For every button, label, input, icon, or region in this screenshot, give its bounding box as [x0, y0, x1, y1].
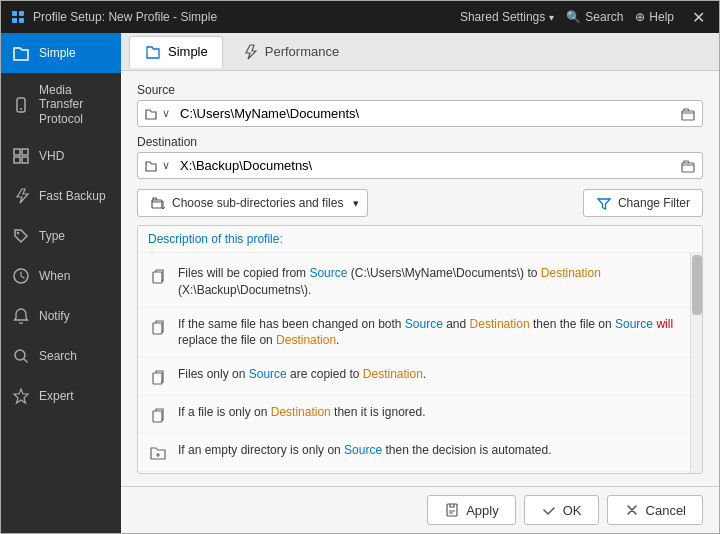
window-title: Profile Setup: New Profile - Simple: [33, 10, 460, 24]
tab-simple-icon: [144, 43, 162, 61]
destination-expand-btn[interactable]: ∨: [138, 155, 176, 177]
title-bar: Profile Setup: New Profile - Simple Shar…: [1, 1, 719, 33]
chevron-down-icon: ▾: [549, 12, 554, 23]
phone-icon: [11, 95, 31, 115]
flash-icon: [11, 186, 31, 206]
star-icon: [11, 386, 31, 406]
sidebar-label-search: Search: [39, 349, 77, 363]
svg-rect-1: [19, 11, 24, 16]
list-item: If the same file has been changed on bot…: [138, 308, 690, 359]
desc-text-2: If the same file has been changed on bot…: [178, 316, 680, 350]
cancel-button[interactable]: Cancel: [607, 495, 703, 525]
svg-rect-2: [12, 18, 17, 23]
shared-settings-label: Shared Settings: [460, 10, 545, 24]
destination-label: Destination: [137, 135, 703, 149]
bell-icon: [11, 306, 31, 326]
cancel-label: Cancel: [646, 503, 686, 518]
desc-text-3: Files only on Source are copied to Desti…: [178, 366, 680, 383]
copy-icon-1: [148, 266, 168, 286]
sidebar-item-fast-backup[interactable]: Fast Backup: [1, 176, 121, 216]
source-expand-btn[interactable]: ∨: [138, 103, 176, 125]
folder-empty-icon-1: [148, 443, 168, 463]
sidebar-item-expert[interactable]: Expert: [1, 376, 121, 416]
list-item: If a file is only on Destination then it…: [138, 396, 690, 434]
desc-text-4: If a file is only on Destination then it…: [178, 404, 680, 421]
list-item: Files will be copied from Source (C:\Use…: [138, 257, 690, 308]
description-header: Description of this profile:: [138, 226, 702, 253]
tab-performance-icon: [241, 43, 259, 61]
choose-subdirs-button[interactable]: Choose sub-directories and files ▾: [137, 189, 368, 217]
sidebar-label-notify: Notify: [39, 309, 70, 323]
description-box: Description of this profile:: [137, 225, 703, 474]
sidebar-item-media-transfer[interactable]: Media Transfer Protocol: [1, 73, 121, 136]
apply-label: Apply: [466, 503, 499, 518]
description-list: Files will be copied from Source (C:\Use…: [138, 253, 690, 473]
desc-text-5: If an empty directory is only on Source …: [178, 442, 680, 459]
change-filter-button[interactable]: Change Filter: [583, 189, 703, 217]
svg-rect-0: [12, 11, 17, 16]
sidebar-item-search[interactable]: Search: [1, 336, 121, 376]
source-input-row: ∨: [137, 100, 703, 127]
search-icon: [11, 346, 31, 366]
svg-rect-9: [22, 157, 28, 163]
sidebar-label-media: Media Transfer Protocol: [39, 83, 111, 126]
sidebar-label-when: When: [39, 269, 70, 283]
sidebar-item-vhd[interactable]: VHD: [1, 136, 121, 176]
svg-point-10: [17, 232, 19, 234]
svg-rect-19: [153, 373, 162, 384]
destination-browse-btn[interactable]: [674, 154, 702, 178]
source-browse-btn[interactable]: [674, 102, 702, 126]
destination-input[interactable]: [176, 153, 674, 178]
svg-rect-7: [22, 149, 28, 155]
sidebar-item-type[interactable]: Type: [1, 216, 121, 256]
tab-bar: Simple Performance: [121, 33, 719, 71]
copy-icon-3: [148, 367, 168, 387]
dropdown-arrow-icon: ▾: [353, 197, 359, 210]
scrollbar[interactable]: [690, 253, 702, 473]
shared-settings-btn[interactable]: Shared Settings ▾: [460, 10, 554, 24]
form-area: Source ∨: [121, 71, 719, 486]
tab-performance-label: Performance: [265, 44, 339, 59]
svg-rect-20: [153, 411, 162, 422]
sidebar-item-notify[interactable]: Notify: [1, 296, 121, 336]
sidebar-label-fast-backup: Fast Backup: [39, 189, 106, 203]
main-window: Profile Setup: New Profile - Simple Shar…: [0, 0, 720, 534]
help-icon: ⊕: [635, 10, 645, 24]
sidebar-item-when[interactable]: When: [1, 256, 121, 296]
copy-icon-4: [148, 405, 168, 425]
title-bar-actions: Shared Settings ▾ 🔍 Search ⊕ Help ✕: [460, 6, 711, 29]
list-item: If an empty directory is only on Source …: [138, 434, 690, 472]
change-filter-label: Change Filter: [618, 196, 690, 210]
clock-icon: [11, 266, 31, 286]
bottom-bar: Apply OK Cancel: [121, 486, 719, 533]
scrollbar-thumb[interactable]: [692, 255, 702, 315]
svg-rect-15: [682, 163, 694, 172]
header-search-button[interactable]: 🔍 Search: [566, 10, 623, 24]
help-button[interactable]: ⊕ Help: [635, 10, 674, 24]
source-input[interactable]: [176, 101, 674, 126]
toolbar-row: Choose sub-directories and files ▾ Chang…: [137, 189, 703, 217]
sidebar-item-simple[interactable]: Simple: [1, 33, 121, 73]
sidebar-label-type: Type: [39, 229, 65, 243]
source-label: Source: [137, 83, 703, 97]
sidebar: Simple Media Transfer Protocol: [1, 33, 121, 533]
right-panel: Simple Performance Source: [121, 33, 719, 533]
destination-field-group: Destination ∨: [137, 135, 703, 179]
svg-marker-13: [14, 389, 28, 403]
copy-icon-2: [148, 317, 168, 337]
app-icon: [9, 8, 27, 26]
svg-rect-8: [14, 157, 20, 163]
apply-button[interactable]: Apply: [427, 495, 516, 525]
choose-subdirs-label: Choose sub-directories and files: [172, 196, 343, 210]
tab-simple[interactable]: Simple: [129, 36, 223, 68]
search-icon: 🔍: [566, 10, 581, 24]
tag-icon: [11, 226, 31, 246]
close-button[interactable]: ✕: [686, 6, 711, 29]
tab-performance[interactable]: Performance: [227, 36, 353, 68]
ok-button[interactable]: OK: [524, 495, 599, 525]
list-item: Files only on Source are copied to Desti…: [138, 358, 690, 396]
tab-simple-label: Simple: [168, 44, 208, 59]
desc-text-1: Files will be copied from Source (C:\Use…: [178, 265, 680, 299]
sidebar-label-expert: Expert: [39, 389, 74, 403]
svg-rect-16: [152, 200, 162, 208]
